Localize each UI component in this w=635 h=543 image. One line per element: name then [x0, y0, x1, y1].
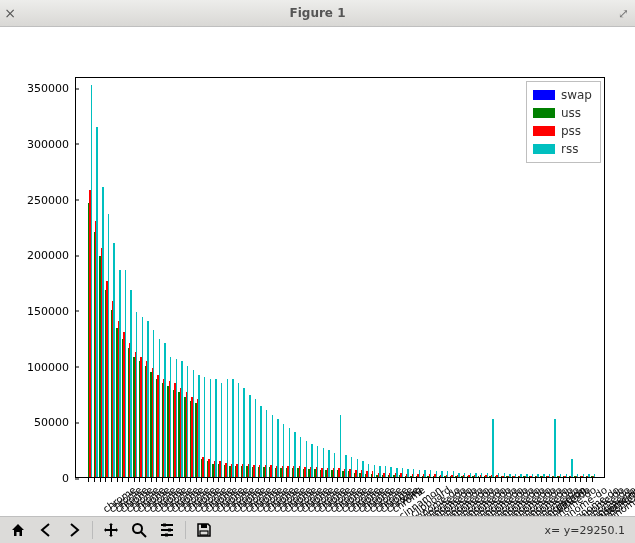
xtick-mark — [592, 478, 593, 482]
xtick-mark — [235, 478, 236, 482]
legend-entry-rss: rss — [533, 140, 592, 158]
pan-button[interactable] — [97, 518, 125, 542]
bar-rss — [583, 474, 584, 477]
titlebar: × Figure 1 ⤢ — [0, 0, 635, 27]
bar-rss — [210, 379, 211, 477]
expand-icon[interactable]: ⤢ — [618, 6, 629, 21]
bar-rss — [498, 473, 499, 477]
back-button[interactable] — [32, 518, 60, 542]
bar-rss — [577, 474, 578, 477]
back-icon — [38, 522, 54, 538]
xtick-mark — [365, 478, 366, 482]
bar-rss — [243, 388, 244, 477]
xtick-mark — [371, 478, 372, 482]
xtick-mark — [332, 478, 333, 482]
xtick-mark — [162, 478, 163, 482]
bar-rss — [526, 474, 527, 477]
xtick-mark — [179, 478, 180, 482]
xtick-mark — [450, 478, 451, 482]
bar-rss — [102, 187, 103, 477]
bar-rss — [311, 444, 312, 477]
bar-rss — [272, 415, 273, 477]
bar-rss — [255, 399, 256, 477]
svg-rect-2 — [163, 524, 166, 527]
bar-rss — [198, 375, 199, 477]
legend-entry-uss: uss — [533, 104, 592, 122]
bar-rss — [142, 317, 143, 477]
xtick-mark — [156, 478, 157, 482]
bar-rss — [588, 474, 589, 477]
bar-rss — [289, 428, 290, 477]
xtick-mark — [563, 478, 564, 482]
legend-entry-pss: pss — [533, 122, 592, 140]
xtick-mark — [326, 478, 327, 482]
home-button[interactable] — [4, 518, 32, 542]
subplot-config-icon — [159, 522, 175, 538]
figure-canvas[interactable]: swapusspssrss 05000010000015000020000025… — [0, 27, 635, 516]
bar-rss — [543, 474, 544, 477]
xtick-mark — [535, 478, 536, 482]
subplot-config-button[interactable] — [153, 518, 181, 542]
bar-rss — [221, 383, 222, 477]
xtick-mark — [575, 478, 576, 482]
save-icon — [196, 522, 212, 538]
legend-entry-swap: swap — [533, 86, 592, 104]
bar-rss — [232, 379, 233, 477]
bar-rss — [215, 379, 216, 477]
xtick-mark — [337, 478, 338, 482]
forward-button[interactable] — [60, 518, 88, 542]
legend-label: swap — [561, 88, 592, 102]
xtick-mark — [360, 478, 361, 482]
xtick-mark — [405, 478, 406, 482]
xtick-mark — [303, 478, 304, 482]
xtick-mark — [433, 478, 434, 482]
toolbar-separator — [92, 521, 93, 539]
bar-rss — [334, 453, 335, 478]
bar-rss — [187, 366, 188, 477]
bar-rss — [554, 419, 555, 477]
xtick-mark — [422, 478, 423, 482]
bar-rss — [119, 270, 120, 477]
close-icon[interactable]: × — [0, 5, 20, 21]
xtick-mark — [569, 478, 570, 482]
xtick-mark — [512, 478, 513, 482]
bar-rss — [108, 214, 109, 477]
bar-rss — [379, 466, 380, 477]
xtick-mark — [241, 478, 242, 482]
bar-rss — [357, 459, 358, 477]
ytick-label: 250000 — [27, 193, 75, 206]
bar-rss — [306, 441, 307, 477]
bar-rss — [125, 270, 126, 477]
bar-rss — [351, 457, 352, 477]
xtick-mark — [207, 478, 208, 482]
xtick-mark — [281, 478, 282, 482]
bar-rss — [136, 312, 137, 477]
axes: swapusspssrss 05000010000015000020000025… — [75, 77, 605, 478]
bar-rss — [328, 450, 329, 477]
save-button[interactable] — [190, 518, 218, 542]
cursor-status: x= y=29250.1 — [545, 524, 631, 537]
bar-rss — [515, 474, 516, 477]
bar-rss — [419, 470, 420, 477]
window-title: Figure 1 — [0, 6, 635, 20]
bar-rss — [566, 474, 567, 477]
bar-rss — [283, 424, 284, 477]
xtick-mark — [479, 478, 480, 482]
bar-rss — [447, 471, 448, 477]
legend-swatch — [533, 108, 555, 118]
svg-rect-5 — [201, 524, 207, 528]
xtick-mark — [88, 478, 89, 482]
bar-rss — [227, 379, 228, 477]
window: × Figure 1 ⤢ swapusspssrss 0500001000001… — [0, 0, 635, 543]
xtick-mark — [354, 478, 355, 482]
xtick-mark — [94, 478, 95, 482]
bar-rss — [147, 321, 148, 477]
xtick-mark — [309, 478, 310, 482]
bar-rss — [470, 473, 471, 477]
xtick-mark — [501, 478, 502, 482]
bar-rss — [368, 464, 369, 477]
bar-rss — [113, 243, 114, 477]
xtick-mark — [247, 478, 248, 482]
bar-rss — [390, 467, 391, 477]
zoom-button[interactable] — [125, 518, 153, 542]
